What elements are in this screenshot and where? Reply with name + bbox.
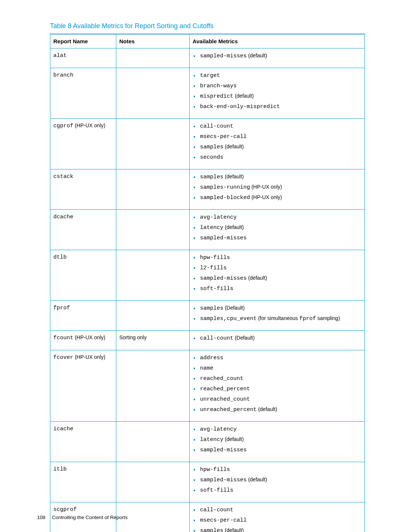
- metric-item: l2-fills: [193, 264, 361, 272]
- metric-code: seconds: [200, 154, 223, 161]
- notes-text: Sorting only: [119, 334, 147, 340]
- metric-code: hpw-fills: [200, 255, 230, 261]
- metrics-list: avg-latencylatency (default)sampled-miss…: [193, 213, 361, 242]
- metric-item: latency (default): [193, 224, 361, 232]
- metric-suffix: (for simultaneous: [257, 315, 299, 321]
- metric-code: sampled-misses: [200, 447, 247, 453]
- report-name-code: fcover: [53, 354, 73, 361]
- section-title: Controlling the Content of Reports: [52, 515, 127, 520]
- table-row: fcount (HP-UX only)Sorting onlycall-coun…: [50, 331, 365, 350]
- metric-item: latency (default): [193, 436, 361, 444]
- metric-item: address: [193, 354, 361, 362]
- metric-item: sampled-misses: [193, 234, 361, 242]
- table-row: icacheavg-latencylatency (default)sample…: [50, 422, 365, 462]
- metric-code: sampled-misses: [200, 275, 247, 282]
- metric-code: sampled-blocked: [200, 195, 250, 201]
- metric-code: target: [200, 73, 220, 79]
- notes-cell: [116, 48, 190, 68]
- metric-suffix: (default): [257, 406, 277, 412]
- metric-code: hpw-fills: [200, 467, 230, 473]
- metric-code: address: [200, 355, 223, 361]
- metrics-list: sampled-misses (default): [193, 52, 361, 60]
- metric-item: sampled-misses (default): [193, 275, 361, 282]
- metric-code: samples: [200, 174, 223, 180]
- metric-code: sampled-misses: [200, 235, 247, 241]
- report-name-cell: fcover (HP-UX only): [50, 350, 116, 422]
- metric-suffix: (default): [233, 93, 254, 99]
- report-name-code: cstack: [53, 174, 73, 180]
- metric-code: samples: [200, 305, 223, 312]
- report-name-suffix: (HP-UX only): [73, 122, 105, 128]
- report-name-code: cgprof: [53, 123, 73, 129]
- metric-code: sampled-misses: [200, 53, 247, 59]
- metric-code: back-end-only-mispredict: [200, 104, 280, 110]
- report-name-code: dtlb: [53, 254, 67, 260]
- metrics-list: hpw-fillssampled-misses (default)soft-fi…: [193, 466, 361, 494]
- metric-item: sampled-misses (default): [193, 476, 361, 484]
- metrics-cell: avg-latencylatency (default)sampled-miss…: [190, 210, 365, 250]
- report-name-cell: cgprof (HP-UX only): [50, 119, 116, 169]
- metric-item: msecs-per-call: [193, 133, 361, 141]
- metric-suffix: sampling): [316, 315, 340, 321]
- notes-cell: [116, 350, 190, 422]
- metric-code: msecs-per-call: [200, 134, 247, 140]
- metrics-cell: call-count (Default): [190, 331, 365, 350]
- metrics-table: Report Name Notes Available Metrics alat…: [50, 34, 365, 532]
- metric-item: samples (default): [193, 173, 361, 181]
- table-row: itlbhpw-fillssampled-misses (default)sof…: [50, 462, 365, 502]
- notes-cell: [116, 68, 190, 119]
- metric-code: reached_count: [200, 376, 243, 382]
- metric-item: sampled-blocked (HP-UX only): [193, 194, 361, 202]
- report-name-code: icache: [53, 426, 73, 432]
- metrics-cell: hpw-fillsl2-fillssampled-misses (default…: [190, 250, 365, 301]
- metric-code: l2-fills: [200, 265, 227, 271]
- metric-suffix: (default): [223, 527, 244, 532]
- metrics-list: addressnamereached_countreached_percentu…: [193, 354, 361, 414]
- metrics-cell: sampled-misses (default): [190, 48, 365, 68]
- report-name-code: itlb: [53, 466, 67, 472]
- metric-item: call-count (Default): [193, 334, 361, 342]
- metric-item: call-count: [193, 122, 361, 130]
- metric-suffix: (default): [223, 174, 244, 179]
- report-name-suffix: (HP-UX only): [73, 334, 105, 340]
- metric-item: avg-latency: [193, 425, 361, 433]
- metrics-list: call-countmsecs-per-callsamples (default…: [193, 506, 361, 532]
- table-header-row: Report Name Notes Available Metrics: [50, 34, 365, 48]
- metrics-cell: samples (default)samples-running (HP-UX …: [190, 169, 365, 210]
- metric-code: call-count: [200, 507, 233, 513]
- metric-suffix: (HP-UX only): [250, 184, 282, 190]
- metric-item: name: [193, 364, 361, 372]
- notes-cell: [116, 119, 190, 169]
- metric-item: avg-latency: [193, 213, 361, 221]
- metric-code: mispredict: [200, 93, 233, 100]
- report-name-cell: icache: [50, 422, 116, 462]
- page-footer: 108 Controlling the Content of Reports: [37, 515, 127, 520]
- report-name-code: fcount: [53, 335, 73, 341]
- metric-code: latency: [200, 225, 223, 231]
- page-number: 108: [37, 515, 46, 520]
- metric-item: call-count: [193, 506, 361, 514]
- report-name-cell: dcache: [50, 210, 116, 250]
- metrics-cell: call-countmsecs-per-callsamples (default…: [190, 119, 365, 169]
- metric-item: back-end-only-mispredict: [193, 103, 361, 111]
- metric-item: reached_count: [193, 375, 361, 383]
- metric-code: fprof: [299, 316, 316, 322]
- header-available-metrics: Available Metrics: [190, 34, 365, 48]
- table-title: Table 8 Available Metrics for Report Sor…: [50, 22, 365, 30]
- metric-code: latency: [200, 437, 223, 443]
- metric-item: soft-fills: [193, 285, 361, 293]
- notes-cell: [116, 422, 190, 462]
- metric-item: unreached_count: [193, 395, 361, 403]
- report-name-cell: fcount (HP-UX only): [50, 331, 116, 350]
- metric-suffix: (default): [223, 436, 244, 442]
- notes-cell: [116, 210, 190, 250]
- metric-code: avg-latency: [200, 426, 237, 432]
- metric-suffix: (Default): [233, 335, 255, 341]
- metric-code: samples: [200, 144, 223, 150]
- table-row: branchtargetbranch-waysmispredict (defau…: [50, 68, 365, 119]
- metric-code: unreached_count: [200, 396, 250, 403]
- notes-cell: [116, 250, 190, 301]
- metric-item: soft-fills: [193, 486, 361, 494]
- notes-cell: [116, 301, 190, 331]
- table-row: cstacksamples (default)samples-running (…: [50, 169, 365, 210]
